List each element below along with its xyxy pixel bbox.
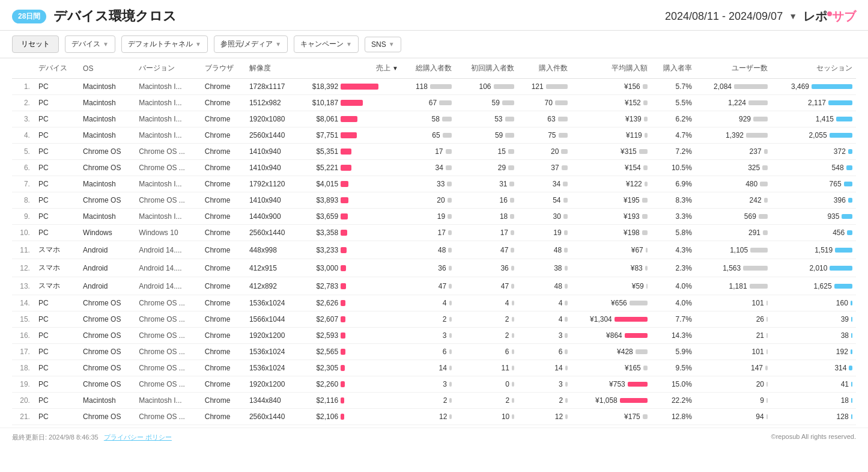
row-os: Windows	[79, 225, 135, 241]
row-browser: Chrome	[201, 328, 246, 344]
row-num: 16.	[12, 328, 35, 344]
col-device: デバイス	[35, 58, 79, 79]
row-version: Chrome OS ...	[135, 376, 201, 393]
row-version: Chrome OS ...	[135, 328, 201, 344]
row-users: 569	[696, 209, 771, 225]
row-sessions: 1,415	[771, 111, 856, 127]
filter-device[interactable]: デバイス ▼	[65, 35, 115, 53]
row-sessions: 314	[771, 360, 856, 376]
row-buyers-first: 15	[455, 144, 518, 160]
row-buyers-first: 11	[455, 360, 518, 376]
row-purchases: 70	[518, 95, 571, 111]
row-device: スマホ	[35, 241, 79, 259]
table-container: デバイス OS バージョン ブラウザ 解像度 売上 ▼ 総購入者数 初回購入者数…	[0, 58, 868, 425]
row-sale: $5,221	[299, 160, 402, 176]
row-buyer-rate: 5.9%	[651, 344, 696, 360]
row-buyer-rate: 9.5%	[651, 360, 696, 376]
row-os: Chrome OS	[79, 192, 135, 209]
row-device: PC	[35, 95, 79, 111]
filter-channel-arrow: ▼	[195, 41, 201, 48]
date-dropdown-arrow[interactable]: ▼	[789, 11, 797, 21]
row-browser: Chrome	[201, 225, 246, 241]
table-row: 1. PC Macintosh Macintosh I... Chrome 17…	[12, 79, 856, 95]
col-sessions: セッション	[771, 58, 856, 79]
row-buyer-rate: 10.5%	[651, 160, 696, 176]
row-version: Chrome OS ...	[135, 295, 201, 311]
top-bar: 28日間 デバイス環境クロス 2024/08/11 - 2024/09/07 ▼…	[0, 0, 868, 31]
row-sale: $7,751	[299, 127, 402, 144]
row-version: Macintosh I...	[135, 79, 201, 95]
row-num: 9.	[12, 209, 35, 225]
row-buyers-first: 47	[455, 241, 518, 259]
row-buyer-rate: 14.3%	[651, 328, 696, 344]
row-sale: $2,565	[299, 344, 402, 360]
filter-sns[interactable]: SNS ▼	[365, 37, 401, 52]
row-os: Macintosh	[79, 209, 135, 225]
row-purchases: 2	[518, 393, 571, 409]
row-buyers-first: 59	[455, 95, 518, 111]
filter-campaign[interactable]: キャンペーン ▼	[294, 35, 359, 53]
row-version: Chrome OS ...	[135, 360, 201, 376]
table-row: 4. PC Macintosh Macintosh I... Chrome 25…	[12, 127, 856, 144]
row-buyers-total: 3	[402, 328, 455, 344]
row-buyer-rate: 4.7%	[651, 127, 696, 144]
row-avg-price: ¥83	[571, 259, 651, 277]
row-num: 14.	[12, 295, 35, 311]
row-sale: $2,783	[299, 277, 402, 295]
row-browser: Chrome	[201, 144, 246, 160]
filter-source[interactable]: 参照元/メディア ▼	[214, 35, 288, 53]
row-buyers-total: 17	[402, 144, 455, 160]
row-resolution: 1440x900	[246, 209, 299, 225]
row-avg-price: ¥1,058	[571, 393, 651, 409]
row-avg-price: ¥165	[571, 360, 651, 376]
row-browser: Chrome	[201, 95, 246, 111]
row-device: PC	[35, 409, 79, 425]
row-buyers-total: 67	[402, 95, 455, 111]
privacy-link[interactable]: プライバシー ポリシー	[104, 434, 172, 441]
col-sale[interactable]: 売上 ▼	[299, 58, 402, 79]
row-users: 1,392	[696, 127, 771, 144]
row-purchases: 6	[518, 344, 571, 360]
row-sessions: 372	[771, 144, 856, 160]
row-users: 1,224	[696, 95, 771, 111]
row-purchases: 38	[518, 259, 571, 277]
data-table: デバイス OS バージョン ブラウザ 解像度 売上 ▼ 総購入者数 初回購入者数…	[12, 58, 856, 425]
row-users: 480	[696, 176, 771, 192]
row-sale: $2,626	[299, 295, 402, 311]
row-device: PC	[35, 160, 79, 176]
row-os: Chrome OS	[79, 295, 135, 311]
row-device: PC	[35, 209, 79, 225]
top-right: 2024/08/11 - 2024/09/07 ▼ レポサブ	[665, 8, 856, 25]
row-version: Chrome OS ...	[135, 311, 201, 328]
col-buyers-first: 初回購入者数	[455, 58, 518, 79]
filters-bar: リセット デバイス ▼ デフォルトチャネル ▼ 参照元/メディア ▼ キャンペー…	[0, 31, 868, 58]
row-version: Chrome OS ...	[135, 344, 201, 360]
row-num: 4.	[12, 127, 35, 144]
row-buyer-rate: 7.2%	[651, 144, 696, 160]
row-browser: Chrome	[201, 111, 246, 127]
filter-channel[interactable]: デフォルトチャネル ▼	[121, 35, 208, 53]
reset-button[interactable]: リセット	[12, 35, 59, 53]
row-buyers-total: 34	[402, 160, 455, 176]
row-sessions: 128	[771, 409, 856, 425]
row-purchases: 121	[518, 79, 571, 95]
row-browser: Chrome	[201, 79, 246, 95]
row-resolution: 2560x1440	[246, 225, 299, 241]
row-os: Chrome OS	[79, 344, 135, 360]
row-version: Android 14....	[135, 259, 201, 277]
col-buyers-total: 総購入者数	[402, 58, 455, 79]
row-num: 19.	[12, 376, 35, 393]
row-users: 26	[696, 311, 771, 328]
table-row: 15. PC Chrome OS Chrome OS ... Chrome 15…	[12, 311, 856, 328]
row-sale: $2,106	[299, 409, 402, 425]
row-sale: $5,351	[299, 144, 402, 160]
row-buyer-rate: 5.7%	[651, 79, 696, 95]
row-purchases: 14	[518, 360, 571, 376]
row-users: 147	[696, 360, 771, 376]
row-buyer-rate: 4.3%	[651, 241, 696, 259]
row-buyers-total: 12	[402, 409, 455, 425]
row-buyers-total: 47	[402, 277, 455, 295]
row-device: PC	[35, 311, 79, 328]
row-device: PC	[35, 127, 79, 144]
row-avg-price: ¥864	[571, 328, 651, 344]
